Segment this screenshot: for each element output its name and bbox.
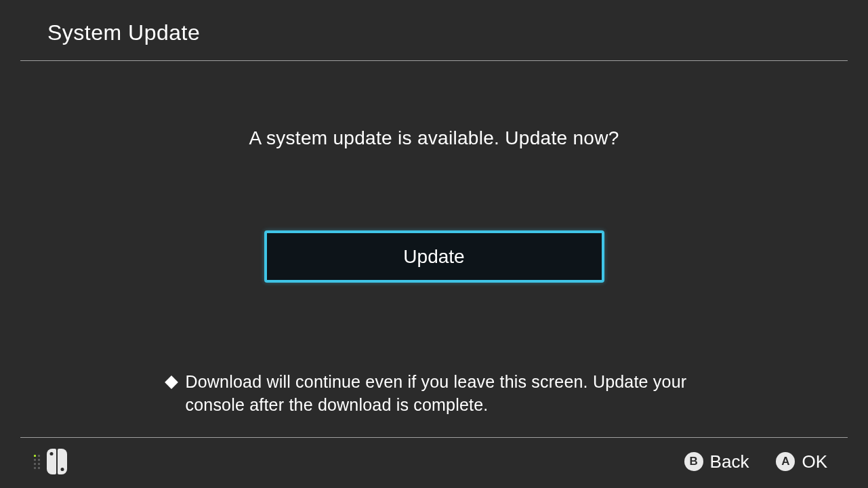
back-action[interactable]: B Back: [684, 451, 749, 472]
note-row: Download will continue even if you leave…: [167, 371, 702, 417]
player-dots-icon: [34, 455, 40, 469]
footer: B Back A OK: [0, 438, 868, 488]
note-text: Download will continue even if you leave…: [186, 371, 702, 417]
joycon-right-icon: [58, 449, 67, 474]
b-button-icon: B: [684, 452, 703, 471]
update-button-label: Update: [403, 246, 464, 268]
a-button-icon: A: [776, 452, 795, 471]
bullet-diamond-icon: [165, 375, 178, 389]
ok-label: OK: [802, 451, 827, 472]
header: System Update: [0, 0, 868, 60]
page-title: System Update: [47, 20, 868, 45]
joycon-pair-icon: [47, 449, 67, 474]
main-content: A system update is available. Update now…: [0, 61, 868, 437]
footer-actions: B Back A OK: [684, 451, 827, 472]
update-prompt: A system update is available. Update now…: [249, 127, 619, 149]
ok-action[interactable]: A OK: [776, 451, 827, 472]
update-button[interactable]: Update: [264, 230, 604, 283]
joycon-left-icon: [47, 449, 56, 474]
controller-indicator-icon: [34, 449, 67, 474]
back-label: Back: [710, 451, 749, 472]
